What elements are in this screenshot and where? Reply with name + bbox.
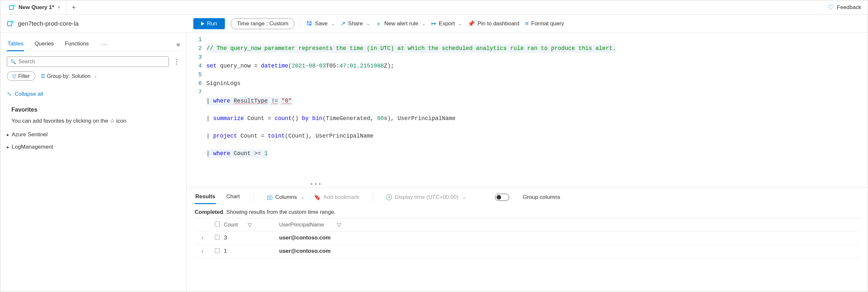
bookmark-icon: 🔖	[314, 194, 321, 201]
columns-button[interactable]: ▯▯ Columns ⌄	[267, 194, 304, 201]
svg-point-3	[11, 21, 14, 23]
collapse-sidebar-icon[interactable]: «	[177, 41, 180, 48]
chart-tab[interactable]: Chart	[225, 191, 241, 204]
save-button[interactable]: 🖫 Save ⌄	[306, 20, 335, 27]
table-row[interactable]: › 3 user@contoso.com	[195, 231, 860, 245]
save-icon: 🖫	[306, 20, 312, 27]
format-icon: ≡	[525, 20, 529, 27]
filter-icon[interactable]: ▽	[248, 222, 251, 228]
share-icon: ↗	[341, 20, 345, 27]
feedback-link[interactable]: ♡ Feedback	[821, 3, 868, 12]
time-range-picker[interactable]: Time range : Custom	[231, 18, 294, 29]
group-columns-toggle[interactable]	[495, 194, 509, 201]
tree-azure-sentinel[interactable]: Azure Sentinel	[7, 132, 180, 138]
chevron-down-icon: ⌄	[332, 22, 335, 26]
pin-button[interactable]: 📌 Pin to dashboard	[468, 20, 519, 27]
more-icon[interactable]: ⋯	[101, 40, 107, 48]
sidebar-tab-queries[interactable]: Queries	[34, 37, 55, 51]
line-gutter: 1 2 3 4 5 6 7	[187, 35, 206, 176]
col-upn[interactable]: UserPrincipalName	[279, 222, 324, 228]
columns-icon: ▯▯	[267, 194, 273, 201]
add-bookmark-button[interactable]: 🔖 Add bookmark	[314, 194, 359, 201]
close-icon[interactable]: ×	[58, 5, 60, 10]
results-panel: Results Chart ▯▯ Columns ⌄ 🔖 Add bookmar…	[187, 187, 868, 258]
collapse-icon: ⤡	[7, 90, 11, 97]
group-columns-label: Group columns	[523, 194, 560, 200]
expand-icon[interactable]: ›	[195, 248, 210, 254]
col-count[interactable]: Count	[224, 222, 238, 228]
results-table: Count ▽ UserPrincipalName ▽ › 3 user@con…	[195, 218, 860, 258]
workspace-header: gen7tech-prod-core-la Run Time range : C…	[0, 14, 868, 33]
filter-button[interactable]: ▽ Filter	[7, 71, 35, 81]
sidebar-tab-tables[interactable]: Tables	[7, 37, 24, 51]
resize-handle[interactable]: • • •	[187, 181, 868, 187]
tree-log-management[interactable]: LogManagement	[7, 144, 180, 150]
sidebar: Tables Queries Functions ⋯ « 🔍 ⋮ ▽ Filte…	[0, 33, 187, 292]
search-field[interactable]	[19, 59, 165, 65]
select-all-checkbox[interactable]	[215, 222, 220, 226]
chevron-down-icon: ⌄	[94, 74, 97, 78]
chevron-down-icon: ⌄	[462, 195, 466, 199]
list-icon: ☰	[41, 73, 45, 79]
display-time-dropdown[interactable]: 🕒 Display time (UTC+00:00) ⌄	[385, 194, 466, 201]
filter-icon: ▽	[12, 73, 16, 79]
table-header: Count ▽ UserPrincipalName ▽	[195, 218, 860, 231]
search-more-icon[interactable]: ⋮	[173, 58, 180, 66]
results-tab[interactable]: Results	[195, 191, 216, 204]
search-input[interactable]: 🔍	[7, 57, 169, 67]
group-by-dropdown[interactable]: ☰ Group by: Solution ⌄	[41, 73, 97, 79]
new-tab-button[interactable]: +	[67, 3, 81, 12]
share-button[interactable]: ↗ Share ⌄	[341, 20, 370, 27]
toolbar: Run Time range : Custom 🖫 Save ⌄ ↗ Share…	[187, 18, 564, 29]
play-icon	[201, 22, 205, 26]
export-button[interactable]: ↦ Export ⌄	[431, 20, 462, 27]
export-icon: ↦	[431, 20, 436, 27]
new-alert-button[interactable]: ＋ New alert rule ⌄	[376, 20, 425, 28]
chevron-down-icon: ⌄	[367, 22, 370, 26]
row-checkbox[interactable]	[215, 235, 220, 240]
query-editor[interactable]: 1 2 3 4 5 6 7 // The query_now parameter…	[187, 33, 868, 181]
chevron-down-icon: ⌄	[301, 195, 304, 199]
favorites-heading: Favorites	[11, 106, 180, 113]
workspace-name: gen7tech-prod-core-la	[18, 20, 79, 27]
table-row[interactable]: › 1 user@contoso.com	[195, 245, 860, 258]
plus-icon: ＋	[376, 20, 381, 28]
logs-icon	[9, 4, 15, 11]
sidebar-tab-functions[interactable]: Functions	[64, 37, 90, 51]
results-status: Completed. Showing results from the cust…	[195, 209, 860, 215]
tab-bar: New Query 1* × + ♡ Feedback	[0, 0, 868, 14]
search-icon: 🔍	[10, 59, 16, 64]
query-tab[interactable]: New Query 1* ×	[3, 0, 67, 14]
chevron-down-icon: ⌄	[422, 22, 425, 26]
workspace-icon	[7, 20, 14, 27]
main: Tables Queries Functions ⋯ « 🔍 ⋮ ▽ Filte…	[0, 33, 868, 292]
tab-title: New Query 1*	[19, 4, 54, 11]
filter-icon[interactable]: ▽	[337, 222, 341, 228]
collapse-all-button[interactable]: ⤡ Collapse all	[7, 90, 180, 97]
heart-icon: ♡	[828, 3, 834, 12]
favorites-hint: You can add favorites by clicking on the…	[11, 116, 167, 125]
svg-point-1	[12, 5, 15, 7]
code-body[interactable]: // The query_now parameter represents th…	[206, 35, 868, 176]
right-pane: 1 2 3 4 5 6 7 // The query_now parameter…	[187, 33, 868, 292]
clock-icon: 🕒	[385, 194, 392, 201]
chevron-down-icon: ⌄	[459, 22, 462, 26]
sidebar-tabs: Tables Queries Functions ⋯ «	[7, 37, 180, 51]
format-query-button[interactable]: ≡ Format query	[525, 20, 564, 27]
row-checkbox[interactable]	[215, 248, 220, 253]
expand-icon[interactable]: ›	[195, 235, 210, 241]
pin-icon: 📌	[468, 20, 475, 27]
run-button[interactable]: Run	[193, 18, 225, 29]
